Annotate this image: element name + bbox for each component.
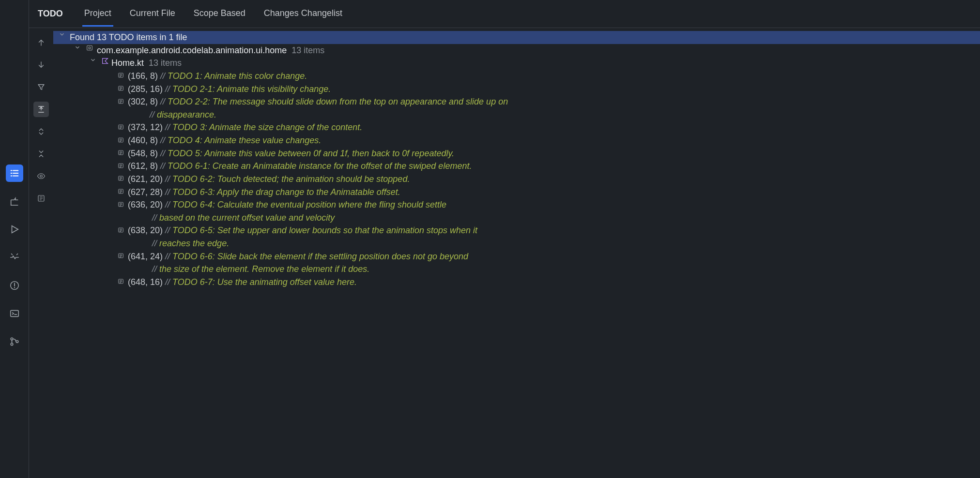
left-tool-rail (0, 0, 29, 478)
expand-all-icon[interactable] (33, 124, 49, 139)
todo-tool-icon[interactable] (6, 164, 23, 182)
run-tool-icon[interactable] (6, 221, 23, 238)
todo-text: TODO 6-6: Slide back the element if the … (172, 252, 468, 261)
todo-panel: TODO Project Current File Scope Based Ch… (29, 0, 980, 478)
todo-entry-icon (116, 175, 125, 182)
prev-todo-icon[interactable] (33, 35, 49, 50)
todo-location: (302, 8) (128, 97, 158, 106)
svg-point-4 (16, 341, 18, 343)
todo-item[interactable]: (166, 8) // TODO 1: Animate this color c… (53, 70, 980, 83)
todo-text: TODO 6-4: Calculate the eventual positio… (172, 200, 446, 209)
chevron-down-icon[interactable] (88, 57, 98, 63)
tab-changes-changelist[interactable]: Changes Changelist (262, 1, 344, 27)
comment-slashes: // (152, 213, 159, 223)
todo-text-continuation: the size of the element. Remove the elem… (159, 264, 369, 274)
collapse-all-icon[interactable] (33, 146, 49, 162)
todo-text: TODO 2-1: Animate this visibility change… (172, 84, 331, 94)
todo-text: TODO 1: Animate this color change. (168, 71, 307, 81)
todo-text: TODO 6-1: Create an Animatable instance … (168, 161, 472, 171)
comment-slashes: // (165, 200, 172, 209)
chevron-down-icon[interactable] (57, 31, 67, 38)
todo-entry-icon (116, 72, 125, 79)
group-by-icon[interactable] (33, 191, 49, 206)
file-count: 13 items (149, 57, 182, 70)
todo-location: (285, 16) (128, 84, 163, 94)
todo-item[interactable]: (285, 16) // TODO 2-1: Animate this visi… (53, 83, 980, 96)
terminal-tool-icon[interactable] (6, 305, 23, 322)
todo-text: TODO 4: Animate these value changes. (168, 135, 321, 145)
todo-text: TODO 6-5: Set the upper and lower bounds… (172, 225, 477, 235)
comment-slashes: // (150, 110, 157, 120)
svg-point-5 (40, 175, 43, 178)
todo-text: TODO 6-2: Touch detected; the animation … (172, 174, 410, 184)
comment-slashes: // (160, 135, 168, 145)
comment-slashes: // (152, 264, 159, 274)
chevron-down-icon[interactable] (73, 44, 82, 51)
comment-slashes: // (160, 149, 168, 158)
todo-location: (636, 20) (128, 200, 163, 209)
todo-item[interactable]: (627, 28) // TODO 6-3: Apply the drag ch… (53, 186, 980, 199)
package-icon (85, 44, 94, 52)
todo-tree[interactable]: Found 13 TODO items in 1 file com.exampl… (53, 28, 980, 478)
todo-location: (548, 8) (128, 149, 158, 158)
todo-location: (460, 8) (128, 135, 158, 145)
autoscroll-to-source-icon[interactable] (33, 102, 49, 117)
svg-point-7 (89, 47, 91, 49)
todo-entry-icon (116, 226, 125, 234)
todo-location: (373, 12) (128, 122, 163, 132)
svg-rect-8 (87, 45, 92, 50)
tab-project[interactable]: Project (82, 1, 113, 27)
todo-location: (638, 20) (128, 225, 163, 235)
todo-entry-icon (116, 252, 125, 260)
summary-row[interactable]: Found 13 TODO items in 1 file (53, 31, 980, 44)
file-row[interactable]: Home.kt 13 items (53, 57, 980, 70)
todo-tab-bar: TODO Project Current File Scope Based Ch… (29, 0, 980, 28)
package-row[interactable]: com.example.android.codelab.animation.ui… (53, 44, 980, 57)
todo-entry-icon (116, 200, 125, 208)
comment-slashes: // (165, 84, 172, 94)
todo-item[interactable]: (373, 12) // TODO 3: Animate the size ch… (53, 121, 980, 134)
logcat-tool-icon[interactable] (6, 249, 23, 266)
panel-title: TODO (38, 9, 63, 19)
todo-item[interactable]: (548, 8) // TODO 5: Animate this value b… (53, 147, 980, 160)
comment-slashes: // (165, 225, 172, 235)
comment-slashes: // (160, 161, 168, 171)
todo-item[interactable]: (302, 8) // TODO 2-2: The message should… (53, 95, 980, 121)
next-todo-icon[interactable] (33, 57, 49, 73)
tab-current-file[interactable]: Current File (128, 1, 177, 27)
todo-location: (166, 8) (128, 71, 158, 81)
todo-location: (612, 8) (128, 161, 158, 171)
todo-location: (648, 16) (128, 277, 163, 287)
todo-entry-icon (116, 123, 125, 131)
file-name: Home.kt (111, 57, 144, 70)
todo-toolbar (29, 28, 53, 478)
todo-item[interactable]: (636, 20) // TODO 6-4: Calculate the eve… (53, 198, 980, 224)
build-tool-icon[interactable] (6, 193, 23, 210)
todo-entry-icon (116, 85, 125, 92)
todo-item[interactable]: (621, 20) // TODO 6-2: Touch detected; t… (53, 173, 980, 186)
todo-text: TODO 3: Animate the size change of the c… (172, 122, 362, 132)
todo-location: (621, 20) (128, 174, 163, 184)
comment-slashes: // (165, 122, 172, 132)
todo-item[interactable]: (612, 8) // TODO 6-1: Create an Animatab… (53, 160, 980, 173)
todo-entry-icon (116, 188, 125, 195)
svg-point-3 (11, 343, 13, 345)
todo-text-continuation: reaches the edge. (159, 239, 229, 248)
todo-entry-icon (116, 278, 125, 285)
todo-text: TODO 6-7: Use the animating offset value… (172, 277, 357, 287)
vcs-tool-icon[interactable] (6, 333, 23, 350)
todo-entry-icon (116, 162, 125, 169)
todo-item[interactable]: (638, 20) // TODO 6-5: Set the upper and… (53, 224, 980, 250)
todo-item[interactable]: (641, 24) // TODO 6-6: Slide back the el… (53, 250, 980, 276)
problems-tool-icon[interactable] (6, 277, 23, 294)
svg-point-2 (11, 338, 13, 340)
preview-usages-icon[interactable] (33, 168, 49, 184)
todo-item[interactable]: (648, 16) // TODO 6-7: Use the animating… (53, 276, 980, 289)
summary-text: Found 13 TODO items in 1 file (70, 31, 187, 44)
tab-scope-based[interactable]: Scope Based (192, 1, 247, 27)
filter-icon[interactable] (33, 79, 49, 95)
todo-text-continuation: based on the current offset value and ve… (159, 213, 335, 223)
todo-location: (641, 24) (128, 252, 163, 261)
todo-item[interactable]: (460, 8) // TODO 4: Animate these value … (53, 134, 980, 147)
todo-entry-icon (116, 149, 125, 157)
